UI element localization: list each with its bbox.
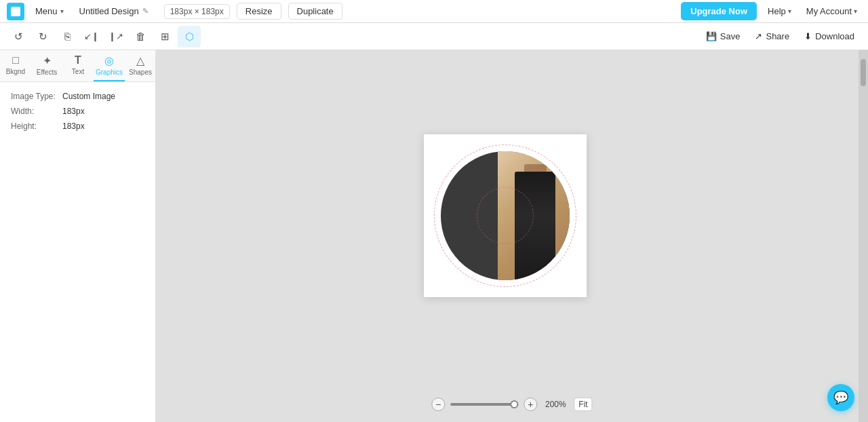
- zoom-slider-thumb[interactable]: [510, 400, 518, 408]
- height-label: Height:: [11, 121, 58, 131]
- graphics-label: Graphics: [96, 69, 123, 76]
- tab-bar: □ Bkgnd ✦ Effects T Text ◎ Graphics △ Sh…: [0, 50, 155, 82]
- download-button[interactable]: ⬇ Download: [797, 28, 861, 45]
- app-logo-inner: [11, 7, 20, 16]
- left-panel: □ Bkgnd ✦ Effects T Text ◎ Graphics △ Sh…: [0, 50, 156, 422]
- share-button[interactable]: ↗ Share: [748, 28, 796, 45]
- resize-button[interactable]: Resize: [237, 3, 281, 20]
- redo-button[interactable]: ↻: [31, 26, 54, 47]
- text-icon: T: [75, 54, 81, 66]
- upgrade-button[interactable]: Upgrade Now: [681, 2, 757, 20]
- width-label: Width:: [11, 107, 58, 116]
- tab-shapes[interactable]: △ Shapes: [125, 50, 156, 81]
- tab-effects[interactable]: ✦ Effects: [31, 50, 62, 81]
- help-label: Help: [768, 6, 786, 16]
- zoom-minus-button[interactable]: −: [431, 398, 445, 411]
- save-icon: 💾: [706, 31, 717, 41]
- toolbar: ↺ ↻ ⎘ ↙❙ ❙↗ 🗑 ⊞ ⬡ 💾 Save ↗ Share ⬇ Downl…: [0, 23, 868, 50]
- width-row: Width: 183px: [11, 107, 144, 116]
- width-value: 183px: [62, 107, 85, 116]
- save-label: Save: [720, 31, 741, 41]
- account-button[interactable]: My Account ▾: [802, 3, 861, 19]
- chat-icon: 💬: [833, 390, 848, 405]
- zoom-fit-button[interactable]: Fit: [574, 398, 592, 411]
- image-type-value: Custom Image: [62, 92, 115, 101]
- image-type-row: Image Type: Custom Image: [11, 92, 144, 101]
- height-row: Height: 183px: [11, 121, 144, 131]
- image-type-label: Image Type:: [11, 92, 58, 101]
- design-canvas[interactable]: [424, 134, 587, 297]
- effects-label: Effects: [37, 69, 57, 76]
- graphics-icon: ◎: [104, 54, 114, 67]
- copy-button[interactable]: ⎘: [56, 26, 79, 47]
- undo-button[interactable]: ↺: [7, 26, 30, 47]
- selection-overlay: [434, 145, 576, 287]
- download-icon: ⬇: [804, 31, 812, 41]
- tab-graphics[interactable]: ◎ Graphics: [94, 50, 125, 81]
- scrollbar-thumb[interactable]: [861, 59, 866, 86]
- design-title-text: Untitled Design: [79, 6, 139, 16]
- zoom-slider[interactable]: [450, 403, 518, 406]
- canvas-scrollbar[interactable]: [859, 50, 868, 422]
- text-label: Text: [72, 68, 84, 75]
- properties-panel: Image Type: Custom Image Width: 183px He…: [0, 82, 155, 146]
- menu-label: Menu: [35, 6, 58, 16]
- menu-chevron-icon: ▾: [60, 7, 64, 15]
- download-label: Download: [815, 31, 854, 41]
- app-logo[interactable]: [7, 3, 24, 20]
- zoom-percent: 200%: [542, 400, 568, 409]
- canvas-area[interactable]: − + 200% Fit 💬: [156, 50, 868, 422]
- send-back-button[interactable]: ↙❙: [80, 26, 103, 47]
- bring-forward-button[interactable]: ❙↗: [104, 26, 127, 47]
- bkgnd-icon: □: [12, 54, 19, 66]
- top-navigation: Menu ▾ Untitled Design ✎ 183px × 183px R…: [0, 0, 868, 23]
- dashed-circle-inner: [477, 187, 534, 244]
- zoom-plus-button[interactable]: +: [524, 398, 537, 411]
- delete-button[interactable]: 🗑: [129, 26, 152, 47]
- shapes-label: Shapes: [129, 69, 152, 76]
- design-title[interactable]: Untitled Design ✎: [75, 4, 153, 18]
- tab-text[interactable]: T Text: [62, 50, 94, 81]
- lock-button[interactable]: ⬡: [178, 26, 201, 47]
- duplicate-button[interactable]: Duplicate: [288, 3, 342, 20]
- account-label: My Account: [806, 6, 852, 16]
- help-button[interactable]: Help ▾: [764, 3, 795, 19]
- size-display: 183px × 183px: [164, 4, 230, 19]
- zoom-bar: − + 200% Fit: [431, 398, 592, 411]
- edit-title-icon: ✎: [142, 7, 149, 16]
- save-button[interactable]: 💾 Save: [699, 28, 747, 45]
- tab-bkgnd[interactable]: □ Bkgnd: [0, 50, 31, 81]
- bkgnd-label: Bkgnd: [6, 68, 25, 75]
- account-chevron-icon: ▾: [854, 7, 857, 15]
- shapes-icon: △: [136, 54, 144, 67]
- help-chevron-icon: ▾: [788, 7, 791, 15]
- zoom-slider-fill: [450, 403, 518, 406]
- share-icon: ↗: [755, 31, 762, 41]
- effects-icon: ✦: [43, 54, 52, 67]
- main-area: □ Bkgnd ✦ Effects T Text ◎ Graphics △ Sh…: [0, 50, 868, 422]
- chat-button[interactable]: 💬: [827, 384, 854, 411]
- share-label: Share: [766, 31, 789, 41]
- grid-button[interactable]: ⊞: [153, 26, 176, 47]
- height-value: 183px: [62, 121, 85, 131]
- menu-button[interactable]: Menu ▾: [31, 3, 68, 19]
